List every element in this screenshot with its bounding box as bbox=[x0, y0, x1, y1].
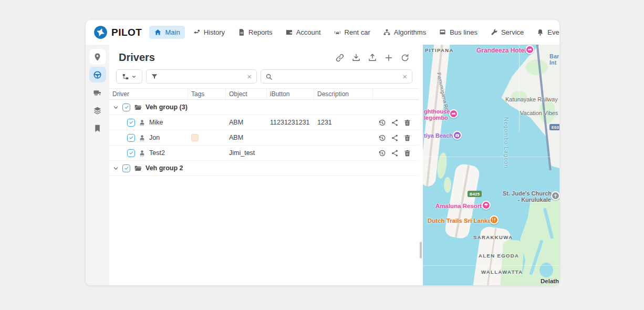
search-input[interactable] bbox=[276, 73, 399, 80]
export-button[interactable] bbox=[368, 53, 377, 63]
driver-icon bbox=[138, 149, 146, 157]
map-marker-beach[interactable] bbox=[453, 131, 462, 140]
service-icon bbox=[490, 28, 498, 36]
map-marker-church[interactable] bbox=[551, 191, 559, 200]
app-window: PILOT Main History Reports Account Rent … bbox=[86, 20, 559, 285]
panel-toolbar bbox=[335, 53, 410, 63]
history-restore-button[interactable] bbox=[378, 134, 386, 142]
steering-wheel-icon bbox=[93, 70, 102, 79]
driver-object: ABM bbox=[226, 134, 267, 141]
refresh-icon bbox=[400, 53, 410, 63]
delete-button[interactable] bbox=[403, 134, 411, 142]
col-actions bbox=[373, 89, 419, 99]
table-row-driver[interactable]: Jon ABM bbox=[109, 130, 419, 146]
nav-service[interactable]: Service bbox=[485, 26, 528, 39]
table-row-group[interactable]: Veh group (3) bbox=[109, 100, 419, 115]
col-ibutton[interactable]: iButton bbox=[267, 89, 314, 99]
road-shield-b425: B425 bbox=[468, 191, 482, 197]
col-driver[interactable]: Driver bbox=[109, 89, 188, 99]
tag-filter-input[interactable] bbox=[161, 73, 243, 80]
map-label-dutch-trails[interactable]: Dutch Trails Sri Lanka bbox=[428, 218, 491, 224]
nav-algorithms[interactable]: Algorithms bbox=[378, 26, 431, 39]
nav-history[interactable]: History bbox=[188, 26, 230, 39]
sidebar-item-layers[interactable] bbox=[89, 102, 106, 118]
import-button[interactable] bbox=[351, 53, 361, 63]
delete-button[interactable] bbox=[403, 149, 411, 157]
map-label-grandeeza-hotel[interactable]: Grandeeza Hotel bbox=[476, 47, 526, 54]
chevron-down-icon[interactable] bbox=[112, 165, 119, 172]
link-button[interactable] bbox=[335, 53, 345, 63]
camera-icon bbox=[455, 133, 460, 138]
brand-logo[interactable]: PILOT bbox=[94, 25, 142, 39]
vertical-scrollbar[interactable] bbox=[420, 242, 422, 259]
driver-checkbox[interactable] bbox=[127, 149, 135, 157]
nav-account[interactable]: Account bbox=[281, 26, 326, 39]
driver-checkbox[interactable] bbox=[127, 134, 135, 142]
link-icon bbox=[335, 53, 345, 63]
col-object[interactable]: Object bbox=[226, 89, 267, 99]
tag-chip[interactable] bbox=[191, 134, 199, 141]
map-label-amaluna-resort[interactable]: Amaluna Resort bbox=[435, 203, 482, 209]
driver-checkbox[interactable] bbox=[127, 119, 135, 127]
pilot-logo-icon bbox=[94, 25, 108, 39]
clear-search-icon[interactable]: × bbox=[402, 73, 408, 80]
nav-bus-lines[interactable]: Bus lines bbox=[434, 26, 482, 39]
map-marker-amaluna-resort[interactable] bbox=[482, 201, 491, 210]
group-checkbox[interactable] bbox=[122, 104, 130, 111]
table-row-group[interactable]: Veh group 2 bbox=[109, 161, 419, 176]
map-marker-dutch-trails[interactable] bbox=[490, 215, 498, 224]
search-icon bbox=[265, 73, 273, 80]
nav-rent-car[interactable]: Rent car bbox=[329, 26, 375, 39]
refresh-button[interactable] bbox=[400, 53, 410, 63]
map-marker-grandeeza-hotel[interactable] bbox=[525, 45, 534, 54]
page-title: Drivers bbox=[119, 51, 155, 64]
map-tile-line bbox=[423, 157, 559, 157]
chevron-down-icon[interactable] bbox=[112, 104, 119, 111]
table-row-driver[interactable]: Mike ABM 11231231231 1231 bbox=[109, 115, 419, 130]
download-icon bbox=[351, 53, 361, 63]
table-row-driver[interactable]: Test2 Jimi_test bbox=[109, 146, 419, 161]
map-label-delath: Delath bbox=[541, 278, 559, 284]
layers-icon bbox=[93, 106, 102, 115]
map-view[interactable]: PITIPANA Grandeeza Hotel Bar Int Pamunug… bbox=[423, 45, 559, 285]
col-description[interactable]: Description bbox=[314, 89, 373, 99]
upload-icon bbox=[368, 53, 377, 63]
share-button[interactable] bbox=[391, 134, 399, 142]
search-field: × bbox=[261, 69, 412, 84]
panel-map-divider bbox=[419, 45, 423, 285]
driver-icon bbox=[138, 134, 146, 142]
group-view-dropdown[interactable] bbox=[116, 69, 142, 84]
history-icon bbox=[193, 28, 201, 36]
algorithms-icon bbox=[383, 28, 391, 36]
restaurant-icon bbox=[492, 218, 496, 222]
driver-name: Mike bbox=[149, 119, 163, 126]
tag-filter-field: × bbox=[146, 69, 257, 84]
history-restore-button[interactable] bbox=[378, 119, 386, 127]
driver-object: Jimi_test bbox=[226, 149, 267, 157]
rent-car-icon bbox=[334, 28, 341, 36]
sidebar-item-trailers[interactable] bbox=[89, 85, 106, 100]
map-label-katunayake-railway: Katunayake Railway bbox=[505, 96, 558, 102]
history-restore-button[interactable] bbox=[378, 149, 386, 157]
col-tags[interactable]: Tags bbox=[188, 89, 226, 99]
map-green-patch bbox=[444, 177, 451, 193]
sidebar-item-drivers[interactable] bbox=[89, 67, 106, 82]
share-button[interactable] bbox=[391, 119, 399, 127]
nav-events[interactable]: Events bbox=[532, 26, 559, 39]
map-label-wallawatta: WALLAWATTA bbox=[481, 269, 523, 275]
driver-ibutton: 11231231231 bbox=[267, 119, 314, 126]
driver-name: Test2 bbox=[149, 149, 165, 157]
driver-object: ABM bbox=[226, 119, 267, 126]
nav-reports[interactable]: Reports bbox=[233, 26, 277, 39]
map-label-airport-1: Bar bbox=[549, 53, 559, 59]
clear-filter-icon[interactable]: × bbox=[246, 73, 252, 80]
share-button[interactable] bbox=[391, 149, 399, 157]
map-marker-lighthouse-negombo[interactable] bbox=[449, 109, 458, 118]
nav-main[interactable]: Main bbox=[149, 26, 184, 39]
add-driver-button[interactable] bbox=[384, 53, 393, 63]
group-checkbox[interactable] bbox=[122, 164, 130, 172]
delete-button[interactable] bbox=[403, 119, 411, 127]
map-label-lighthouse-2: legombo bbox=[424, 115, 448, 121]
sidebar-item-places[interactable] bbox=[89, 49, 106, 65]
sidebar-item-bookmarks[interactable] bbox=[89, 120, 106, 136]
